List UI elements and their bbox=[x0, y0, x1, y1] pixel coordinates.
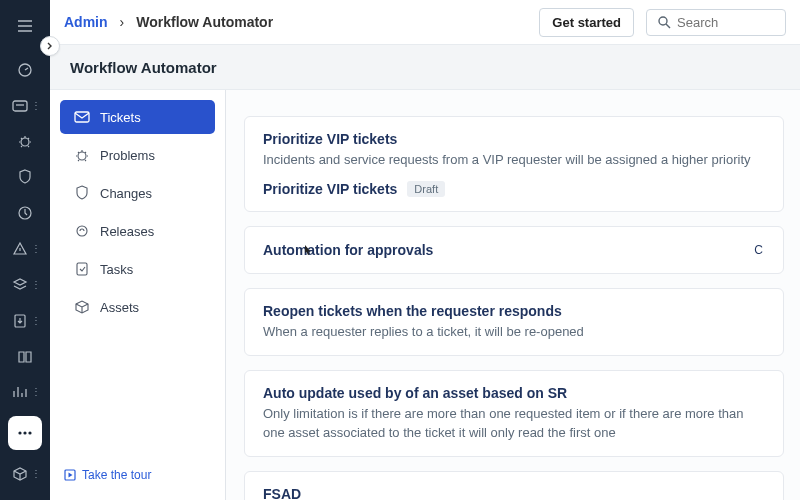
export-icon bbox=[11, 312, 29, 330]
svg-point-8 bbox=[659, 17, 667, 25]
page-title-band: Workflow Automator bbox=[50, 44, 800, 90]
svg-point-10 bbox=[78, 152, 86, 160]
rail-item-dashboard[interactable] bbox=[0, 54, 50, 86]
rail-item-inventory[interactable]: ⋮ bbox=[0, 269, 50, 301]
rail-item-alerts[interactable]: ⋮ bbox=[0, 233, 50, 265]
workflow-description: When a requester replies to a ticket, it… bbox=[263, 323, 765, 341]
rail-item-apps[interactable]: ⋮ bbox=[0, 458, 50, 490]
take-tour-link[interactable]: Take the tour bbox=[64, 468, 211, 482]
overflow-dots-icon: ⋮ bbox=[31, 244, 40, 254]
rail-item-changes[interactable] bbox=[0, 161, 50, 193]
workflow-marker: C bbox=[752, 241, 765, 259]
sidebar-item-tasks[interactable]: Tasks bbox=[60, 252, 215, 286]
cursor-pointer-icon bbox=[300, 244, 314, 258]
chevron-right-icon bbox=[46, 42, 54, 50]
take-tour-label: Take the tour bbox=[82, 468, 151, 482]
search-input[interactable] bbox=[677, 15, 775, 30]
workflow-list: Prioritize VIP tickets Incidents and ser… bbox=[226, 90, 800, 500]
sidebar-item-label: Tickets bbox=[100, 110, 141, 125]
workflow-description: Incidents and service requests from a VI… bbox=[263, 151, 765, 169]
breadcrumb-root[interactable]: Admin bbox=[64, 14, 108, 30]
workflow-card[interactable]: Prioritize VIP tickets Incidents and ser… bbox=[244, 116, 784, 212]
dashboard-icon bbox=[16, 61, 34, 79]
rail-hamburger[interactable] bbox=[0, 10, 50, 42]
cube-icon bbox=[74, 299, 90, 315]
sidebar-item-label: Changes bbox=[100, 186, 152, 201]
bug-icon bbox=[16, 132, 34, 150]
sidebar-item-label: Releases bbox=[100, 224, 154, 239]
sidebar-item-problems[interactable]: Problems bbox=[60, 138, 215, 172]
rail-item-knowledge[interactable] bbox=[0, 341, 50, 373]
sidebar-item-assets[interactable]: Assets bbox=[60, 290, 215, 324]
main-column: Admin › Workflow Automator Get started W… bbox=[50, 0, 800, 500]
workflow-title: Automation for approvals bbox=[263, 242, 433, 258]
rail-item-reports[interactable]: ⋮ bbox=[0, 376, 50, 408]
workflow-title: Prioritize VIP tickets bbox=[263, 131, 765, 147]
chevron-right-icon: › bbox=[120, 14, 125, 30]
overflow-dots-icon: ⋮ bbox=[31, 469, 40, 479]
page-title: Workflow Automator bbox=[70, 59, 217, 76]
category-sidebar: Tickets Problems Changes Releases bbox=[50, 90, 226, 500]
svg-point-2 bbox=[21, 138, 29, 146]
overflow-dots-icon: ⋮ bbox=[31, 101, 40, 111]
overflow-dots-icon: ⋮ bbox=[31, 280, 40, 290]
svg-point-11 bbox=[77, 226, 87, 236]
svg-point-6 bbox=[23, 432, 26, 435]
workflow-card[interactable]: FSAD bbox=[244, 471, 784, 500]
overflow-dots-icon: ⋮ bbox=[31, 316, 40, 326]
rail-item-releases[interactable] bbox=[0, 197, 50, 229]
search-icon bbox=[657, 15, 671, 29]
workflow-card[interactable]: Auto update used by of an asset based on… bbox=[244, 370, 784, 456]
hamburger-icon bbox=[16, 17, 34, 35]
alerts-icon bbox=[11, 240, 29, 258]
box-icon bbox=[11, 465, 29, 483]
rail-expand-toggle[interactable] bbox=[40, 36, 60, 56]
svg-rect-12 bbox=[77, 263, 87, 275]
workarea: Tickets Problems Changes Releases bbox=[50, 90, 800, 500]
rail-item-more[interactable] bbox=[8, 416, 42, 450]
svg-rect-1 bbox=[13, 101, 27, 111]
status-badge: Draft bbox=[407, 181, 445, 197]
more-icon bbox=[16, 424, 34, 442]
rocket-icon bbox=[74, 223, 90, 239]
get-started-button[interactable]: Get started bbox=[539, 8, 634, 37]
workflow-description: Only limitation is if there are more tha… bbox=[263, 405, 765, 441]
rail-item-problems[interactable] bbox=[0, 126, 50, 158]
bug-icon bbox=[74, 147, 90, 163]
sidebar-item-releases[interactable]: Releases bbox=[60, 214, 215, 248]
play-icon bbox=[64, 469, 76, 481]
sidebar-item-label: Problems bbox=[100, 148, 155, 163]
workflow-title: FSAD bbox=[263, 486, 765, 500]
workflow-title: Reopen tickets when the requester respon… bbox=[263, 303, 765, 319]
shield-icon bbox=[74, 185, 90, 201]
app-nav-rail: ⋮ ⋮ ⋮ ⋮ bbox=[0, 0, 50, 500]
workflow-title: Auto update used by of an asset based on… bbox=[263, 385, 765, 401]
rail-item-tickets[interactable]: ⋮ bbox=[0, 90, 50, 122]
mail-icon bbox=[74, 109, 90, 125]
topbar: Admin › Workflow Automator Get started bbox=[50, 0, 800, 44]
sidebar-item-label: Assets bbox=[100, 300, 139, 315]
rail-item-export[interactable]: ⋮ bbox=[0, 305, 50, 337]
knowledge-icon bbox=[16, 348, 34, 366]
global-search[interactable] bbox=[646, 9, 786, 36]
svg-rect-9 bbox=[75, 112, 89, 122]
workflow-card[interactable]: Reopen tickets when the requester respon… bbox=[244, 288, 784, 356]
svg-point-7 bbox=[28, 432, 31, 435]
sidebar-item-label: Tasks bbox=[100, 262, 133, 277]
check-icon bbox=[74, 261, 90, 277]
sidebar-item-tickets[interactable]: Tickets bbox=[60, 100, 215, 134]
workflow-title: Prioritize VIP tickets bbox=[263, 181, 397, 197]
workflow-card[interactable]: Automation for approvals C bbox=[244, 226, 784, 274]
release-icon bbox=[16, 204, 34, 222]
svg-point-5 bbox=[18, 432, 21, 435]
shield-icon bbox=[16, 168, 34, 186]
tickets-icon bbox=[11, 97, 29, 115]
breadcrumb-current: Workflow Automator bbox=[136, 14, 273, 30]
overflow-dots-icon: ⋮ bbox=[31, 387, 40, 397]
inventory-icon bbox=[11, 276, 29, 294]
sidebar-item-changes[interactable]: Changes bbox=[60, 176, 215, 210]
reports-icon bbox=[11, 383, 29, 401]
